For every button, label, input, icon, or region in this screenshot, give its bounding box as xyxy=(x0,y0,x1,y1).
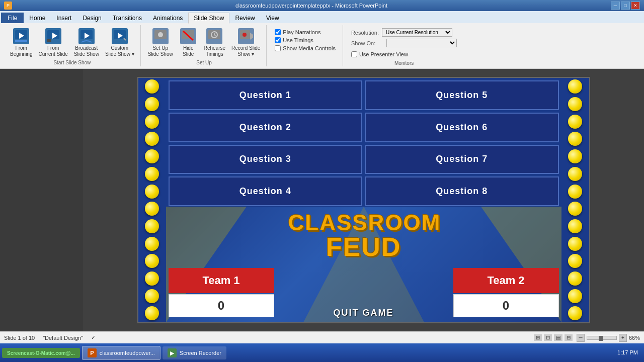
powerpoint-icon: P xyxy=(88,348,97,357)
dot xyxy=(568,289,582,303)
dot xyxy=(568,306,582,320)
play-narrations-check[interactable]: Play Narrations xyxy=(275,29,336,35)
broadcast-btn[interactable]: BroadcastSlide Show xyxy=(72,27,101,58)
dot xyxy=(145,132,159,146)
dot xyxy=(568,254,582,268)
record-slideshow-btn[interactable]: Record SlideShow ▾ xyxy=(229,27,262,58)
minimize-btn[interactable]: ─ xyxy=(611,2,620,10)
zoom-slider[interactable] xyxy=(587,336,617,340)
svg-rect-5 xyxy=(47,39,51,42)
custom-slideshow-btn[interactable]: CustomSlide Show ▾ xyxy=(103,27,136,58)
question-4-btn[interactable]: Question 4 xyxy=(169,176,363,206)
hide-slide-btn[interactable]: HideSlide xyxy=(177,27,200,58)
view-icons: ⊞ ⊡ ▤ ⊟ xyxy=(534,334,573,341)
quit-game-button[interactable]: QUIT GAME xyxy=(334,308,394,318)
presenter-view-check[interactable]: Use Presenter View xyxy=(351,51,457,57)
taskbar-pp-label: classroomfeudpower... xyxy=(100,350,155,356)
dot xyxy=(568,132,582,146)
dot xyxy=(568,237,582,251)
dot xyxy=(145,306,159,320)
zoom-in-btn[interactable]: + xyxy=(619,334,627,342)
question-6-btn[interactable]: Question 6 xyxy=(365,113,559,142)
check-icon: ✓ xyxy=(91,334,96,341)
dot xyxy=(568,79,582,94)
zoom-controls: ─ + 66% xyxy=(577,334,640,342)
show-on-select[interactable] xyxy=(386,39,457,47)
from-beginning-btn[interactable]: FromBeginning xyxy=(8,27,34,58)
dot xyxy=(145,97,159,111)
system-clock: 1:17 PM xyxy=(617,349,642,356)
tab-review[interactable]: Review xyxy=(229,13,260,23)
slide: Question 1 Question 5 Question 2 Questio… xyxy=(137,77,590,323)
team1-score: 0 xyxy=(169,294,274,317)
screencast-btn[interactable]: Screencast-O-Matic.com@... xyxy=(2,348,80,358)
question-8-btn[interactable]: Question 8 xyxy=(365,176,559,206)
taskbar-start-label: Screencast-O-Matic.com@... xyxy=(7,350,75,356)
bottom-section: CLASSROOM FEUD Team 1 0 Team 2 0 QUIT GA… xyxy=(166,207,561,322)
tab-transitions[interactable]: Transitions xyxy=(107,13,147,23)
ribbon-group-monitors: Resolution: Use Current Resolution Show … xyxy=(344,25,464,66)
dot xyxy=(145,79,159,94)
dot xyxy=(145,115,159,129)
use-timings-check[interactable]: Use Timings xyxy=(275,37,336,43)
team1-button[interactable]: Team 1 xyxy=(169,268,274,293)
taskbar-recorder-label: Screen Recorder xyxy=(180,350,221,356)
taskbar-powerpoint[interactable]: P classroomfeudpower... xyxy=(82,346,160,360)
status-bar: Slide 1 of 10 "Default Design" ✓ ⊞ ⊡ ▤ ⊟… xyxy=(0,331,644,343)
question-2-btn[interactable]: Question 2 xyxy=(169,113,363,142)
question-5-btn[interactable]: Question 5 xyxy=(365,80,559,110)
show-media-controls-check[interactable]: Show Media Controls xyxy=(275,45,336,51)
taskbar-screen-recorder[interactable]: ▶ Screen Recorder xyxy=(163,346,226,359)
dots-left xyxy=(138,78,166,322)
ribbon: File Home Insert Design Transitions Anim… xyxy=(0,11,644,69)
taskbar: Screencast-O-Matic.com@... P classroomfe… xyxy=(0,343,644,362)
dot xyxy=(568,149,582,163)
resolution-select[interactable]: Use Current Resolution xyxy=(382,28,452,37)
setup-slideshow-btn[interactable]: Set UpSlide Show xyxy=(146,27,175,58)
dot xyxy=(145,254,159,268)
rehearse-timings-btn[interactable]: RehearseTimings xyxy=(202,27,227,58)
dot xyxy=(145,219,159,233)
feud-text: FEUD xyxy=(288,234,439,260)
tab-insert[interactable]: Insert xyxy=(51,13,77,23)
questions-grid: Question 1 Question 5 Question 2 Questio… xyxy=(166,78,561,209)
window-title: classroomfeudpowerpointtemplatepptx - Mi… xyxy=(12,3,611,9)
question-1-btn[interactable]: Question 1 xyxy=(169,80,363,110)
dot xyxy=(145,272,159,286)
dot xyxy=(145,289,159,303)
maximize-btn[interactable]: □ xyxy=(621,2,630,10)
zoom-out-btn[interactable]: ─ xyxy=(577,334,585,342)
tab-home[interactable]: Home xyxy=(24,13,51,23)
tab-design[interactable]: Design xyxy=(77,13,107,23)
svg-point-20 xyxy=(243,33,247,37)
ribbon-group-options: Play Narrations Use Timings Show Media C… xyxy=(268,25,343,66)
dots-right xyxy=(561,78,589,322)
tab-file[interactable]: File xyxy=(1,13,24,23)
dot xyxy=(568,97,582,111)
close-btn[interactable]: ✕ xyxy=(631,2,640,10)
ribbon-content: FromBeginning FromCurrent Slide Broadcas… xyxy=(0,23,644,68)
team2-button[interactable]: Team 2 xyxy=(453,268,559,293)
show-on-row: Show On: xyxy=(351,39,457,47)
main-area: Question 1 Question 5 Question 2 Questio… xyxy=(0,69,644,331)
svg-point-11 xyxy=(158,32,163,37)
dot xyxy=(145,149,159,163)
tab-slideshow[interactable]: Slide Show xyxy=(188,13,229,24)
dot xyxy=(145,237,159,251)
question-7-btn[interactable]: Question 7 xyxy=(365,145,559,174)
slide-canvas: Question 1 Question 5 Question 2 Questio… xyxy=(83,69,644,331)
dot xyxy=(145,202,159,216)
resolution-row: Resolution: Use Current Resolution xyxy=(351,28,457,37)
game-title: CLASSROOM FEUD xyxy=(288,212,439,260)
ribbon-tab-bar: File Home Insert Design Transitions Anim… xyxy=(0,11,644,23)
dot xyxy=(568,272,582,286)
tab-view[interactable]: View xyxy=(261,13,285,23)
status-bar-right: ⊞ ⊡ ▤ ⊟ ─ + 66% xyxy=(534,334,640,342)
ribbon-group-start: FromBeginning FromCurrent Slide Broadcas… xyxy=(4,25,141,66)
from-current-btn[interactable]: FromCurrent Slide xyxy=(36,27,69,58)
svg-rect-2 xyxy=(15,40,27,42)
recorder-icon: ▶ xyxy=(168,348,177,357)
team2-score: 0 xyxy=(453,294,559,317)
question-3-btn[interactable]: Question 3 xyxy=(169,145,363,174)
tab-animations[interactable]: Animations xyxy=(147,13,188,23)
